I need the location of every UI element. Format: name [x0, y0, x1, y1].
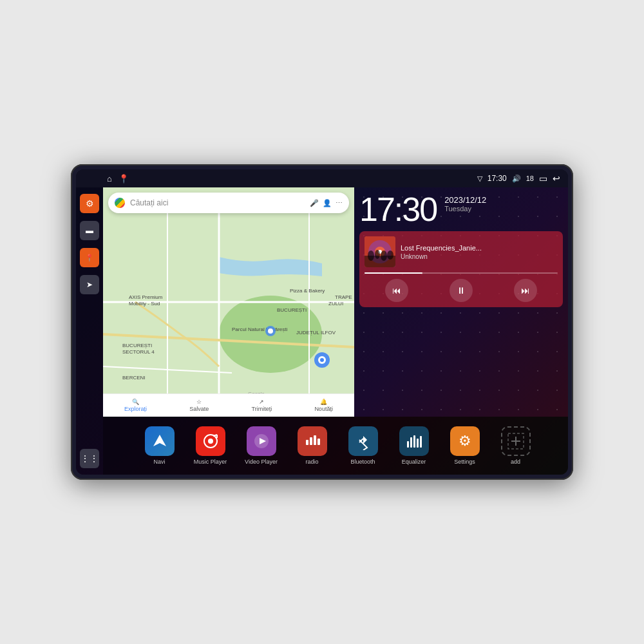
svg-text:BERCENI: BERCENI: [122, 375, 146, 381]
pause-icon: ⏸: [457, 285, 466, 296]
music-top: Lost Frequencies_Janie... Unknown: [365, 236, 558, 267]
battery-icon: ▭: [539, 173, 547, 184]
sidebar-grid-btn[interactable]: ⋮⋮: [80, 449, 99, 468]
map-saved-btn[interactable]: ☆ Salvate: [189, 399, 209, 412]
navigation-icon: ➤: [86, 280, 93, 289]
add-icon: [501, 426, 531, 456]
clock-section: 17:30 2023/12/12 Tuesday: [359, 193, 563, 226]
map-news-btn[interactable]: 🔔 Noutăți: [314, 399, 333, 412]
play-pause-button[interactable]: ⏸: [450, 279, 473, 302]
svg-text:JUDEȚUL ILFOV: JUDEȚUL ILFOV: [296, 330, 336, 336]
top-panels: AXIS Premium Mobility - Sud TRAPE ZULUI …: [103, 187, 568, 417]
svg-rect-41: [306, 440, 308, 445]
music-player-label: Music Player: [194, 459, 227, 465]
map-share-btn[interactable]: ↗ Trimiteți: [252, 399, 272, 412]
app-add[interactable]: add: [491, 426, 540, 465]
clock-weekday: Tuesday: [444, 205, 486, 213]
main-area: ⚙ ▬ 📍 ➤ ⋮⋮: [76, 187, 568, 475]
svg-text:Parcul Natural Văcărești: Parcul Natural Văcărești: [232, 327, 287, 332]
navi-label: Navi: [153, 459, 165, 465]
map-pin-icon: 📍: [85, 254, 94, 262]
svg-point-36: [208, 439, 213, 444]
map-explore-btn[interactable]: 🔍 Explorați: [124, 399, 147, 412]
saved-icon: ☆: [196, 399, 202, 405]
svg-rect-48: [417, 439, 419, 448]
svg-rect-47: [413, 435, 415, 448]
back-icon[interactable]: ↩: [553, 173, 560, 184]
saved-label: Salvate: [189, 406, 209, 412]
bluetooth-icon-bg: [348, 426, 378, 456]
svg-point-30: [368, 251, 374, 261]
music-player-icon: [196, 426, 225, 456]
svg-text:TRAPE: TRAPE: [335, 294, 352, 300]
next-button[interactable]: ⏭: [514, 279, 537, 302]
svg-rect-49: [420, 436, 422, 448]
svg-text:Pizza & Bakery: Pizza & Bakery: [290, 288, 325, 294]
left-sidebar: ⚙ ▬ 📍 ➤ ⋮⋮: [76, 187, 103, 475]
app-settings[interactable]: ⚙ Settings: [440, 426, 489, 465]
radio-icon: [298, 426, 327, 456]
wifi-icon: ▽: [477, 175, 482, 183]
video-player-label: Video Player: [245, 459, 278, 465]
car-head-unit: ⌂ 📍 ▽ 17:30 🔊 18 ▭ ↩ ⚙ ▬: [71, 164, 573, 480]
explore-icon: 🔍: [132, 399, 139, 405]
maps-shortcut-icon[interactable]: 📍: [118, 174, 129, 184]
svg-rect-43: [314, 435, 316, 445]
svg-text:SECTORUL 4: SECTORUL 4: [122, 349, 155, 355]
svg-text:Mobility - Sud: Mobility - Sud: [129, 301, 160, 307]
content-panels: AXIS Premium Mobility - Sud TRAPE ZULUI …: [103, 187, 568, 475]
clock-time: 17:30: [359, 193, 437, 226]
svg-rect-42: [310, 437, 312, 445]
explore-label: Explorați: [124, 406, 147, 412]
svg-rect-45: [407, 441, 409, 448]
app-radio[interactable]: radio: [288, 426, 336, 465]
sidebar-nav-btn[interactable]: ➤: [80, 275, 99, 294]
account-icon[interactable]: 👤: [323, 199, 332, 207]
settings-icon: ⚙: [86, 198, 94, 209]
battery-level: 18: [526, 175, 534, 182]
app-music-player[interactable]: Music Player: [186, 426, 234, 465]
volume-icon: 🔊: [512, 175, 521, 183]
google-maps-logo: [115, 198, 125, 208]
svg-rect-44: [317, 439, 320, 445]
sidebar-maps-btn[interactable]: 📍: [80, 248, 99, 267]
settings-app-icon: ⚙: [450, 426, 480, 456]
clock-date: 2023/12/12 Tuesday: [444, 193, 486, 213]
sidebar-settings-btn[interactable]: ⚙: [80, 194, 99, 213]
map-bottom-bar: 🔍 Explorați ☆ Salvate ↗ Trimiteți: [103, 393, 354, 417]
map-search-bar[interactable]: Căutați aici 🎤 👤 ⋯: [108, 193, 349, 213]
progress-bar[interactable]: [365, 272, 558, 274]
home-icon[interactable]: ⌂: [107, 174, 112, 184]
app-equalizer[interactable]: Equalizer: [390, 426, 438, 465]
map-search-icons: 🎤 👤 ⋯: [310, 199, 343, 207]
right-panel: 17:30 2023/12/12 Tuesday: [354, 187, 568, 417]
album-art: [365, 236, 395, 267]
radio-label: radio: [305, 459, 318, 465]
player-controls: ⏮ ⏸ ⏭: [365, 279, 558, 302]
sidebar-files-btn[interactable]: ▬: [80, 221, 99, 240]
map-panel[interactable]: AXIS Premium Mobility - Sud TRAPE ZULUI …: [103, 187, 354, 417]
map-search-input[interactable]: Căutați aici: [130, 198, 305, 207]
svg-point-32: [381, 251, 387, 261]
music-widget: Lost Frequencies_Janie... Unknown ⏮: [359, 231, 563, 307]
status-bar: ⌂ 📍 ▽ 17:30 🔊 18 ▭ ↩: [76, 169, 568, 187]
app-bluetooth[interactable]: Bluetooth: [339, 426, 387, 465]
svg-point-23: [320, 358, 324, 362]
app-video-player[interactable]: Video Player: [237, 426, 285, 465]
settings-app-label: Settings: [454, 459, 475, 465]
svg-rect-46: [410, 437, 412, 448]
app-navi[interactable]: Navi: [135, 426, 184, 465]
add-label: add: [511, 459, 520, 465]
song-info: Lost Frequencies_Janie... Unknown: [401, 244, 558, 260]
settings-dots-icon[interactable]: ⋯: [336, 199, 343, 207]
bluetooth-label: Bluetooth: [350, 459, 375, 465]
video-player-icon: [247, 426, 276, 456]
svg-point-33: [387, 251, 393, 260]
news-icon: 🔔: [320, 399, 327, 405]
svg-text:AXIS Premium: AXIS Premium: [129, 294, 163, 300]
svg-point-31: [375, 250, 380, 259]
svg-marker-34: [153, 435, 166, 446]
navi-icon: [145, 426, 175, 456]
mic-icon[interactable]: 🎤: [310, 199, 319, 207]
prev-button[interactable]: ⏮: [385, 279, 408, 302]
